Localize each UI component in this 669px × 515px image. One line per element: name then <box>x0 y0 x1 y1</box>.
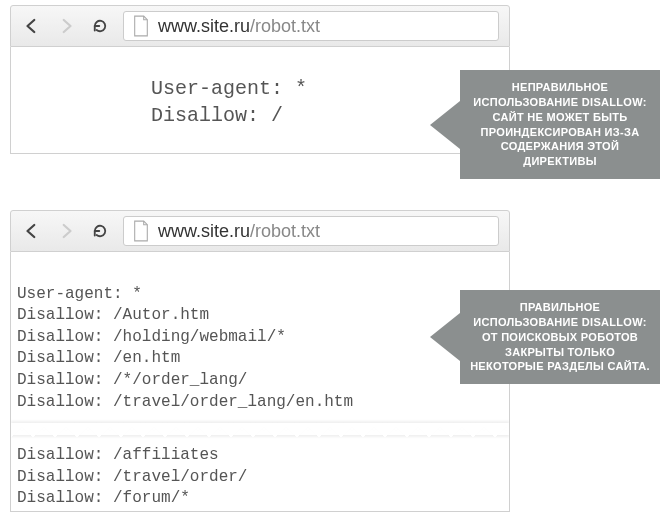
callout-text: ПРАВИЛЬНОЕ ИСПОЛЬЗОВАНИЕ DISALLOW: ОТ ПО… <box>470 301 650 372</box>
url-bar[interactable]: www.site.ru/robot.txt <box>123 11 499 41</box>
back-button[interactable] <box>21 220 43 242</box>
content-line: Disallow: /*/order_lang/ <box>17 371 247 389</box>
page-icon <box>132 220 150 242</box>
content-line: User-agent: * <box>17 285 142 303</box>
callout-text: НЕПРАВИЛЬНОЕ ИСПОЛЬЗОВАНИЕ DISALLOW: САЙ… <box>473 81 646 167</box>
content-line: Disallow: / <box>151 104 283 127</box>
forward-button[interactable] <box>55 220 77 242</box>
reload-button[interactable] <box>89 15 111 37</box>
browser-toolbar: www.site.ru/robot.txt <box>10 5 510 47</box>
forward-button[interactable] <box>55 15 77 37</box>
reload-button[interactable] <box>89 220 111 242</box>
robots-content-correct: User-agent: * Disallow: /Autor.htm Disal… <box>10 252 510 512</box>
url-host: www.site.ru <box>158 16 250 36</box>
reload-icon <box>91 222 109 240</box>
url-path: /robot.txt <box>250 221 320 241</box>
tear-edge-icon <box>11 423 509 445</box>
content-line: Disallow: /holding/webmail/* <box>17 328 286 346</box>
reload-icon <box>91 17 109 35</box>
back-icon <box>23 17 41 35</box>
url-bar[interactable]: www.site.ru/robot.txt <box>123 216 499 246</box>
content-line: Disallow: /forum/* <box>17 489 190 507</box>
back-button[interactable] <box>21 15 43 37</box>
back-icon <box>23 222 41 240</box>
page-icon <box>132 15 150 37</box>
callout-pointer-icon <box>430 101 460 149</box>
content-line: Disallow: /en.htm <box>17 349 180 367</box>
url-path: /robot.txt <box>250 16 320 36</box>
content-line: Disallow: /affiliates <box>17 446 219 464</box>
forward-icon <box>57 17 75 35</box>
browser-toolbar: www.site.ru/robot.txt <box>10 210 510 252</box>
content-line: Disallow: /travel/order/ <box>17 468 247 486</box>
forward-icon <box>57 222 75 240</box>
content-line: Disallow: /travel/order_lang/en.htm <box>17 393 353 411</box>
content-line: Disallow: /pages/page/show/269.htm <box>17 511 343 512</box>
url-host: www.site.ru <box>158 221 250 241</box>
callout-pointer-icon <box>430 313 460 361</box>
callout-correct: ПРАВИЛЬНОЕ ИСПОЛЬЗОВАНИЕ DISALLOW: ОТ ПО… <box>460 290 660 384</box>
content-line: User-agent: * <box>151 77 307 100</box>
content-line: Disallow: /Autor.htm <box>17 306 209 324</box>
callout-wrong: НЕПРАВИЛЬНОЕ ИСПОЛЬЗОВАНИЕ DISALLOW: САЙ… <box>460 70 660 179</box>
